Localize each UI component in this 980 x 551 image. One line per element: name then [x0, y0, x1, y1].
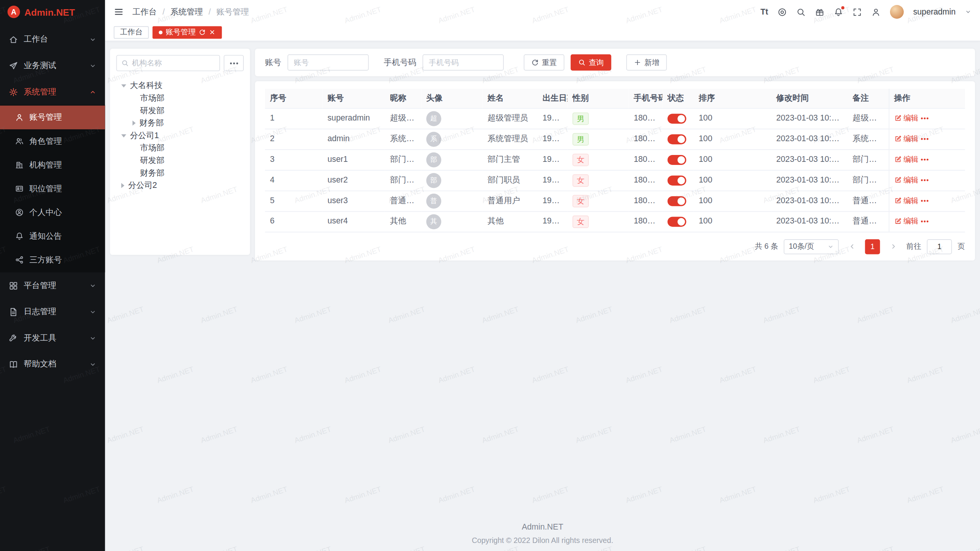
edit-button[interactable]: 编辑 — [894, 196, 919, 206]
status-toggle[interactable] — [668, 114, 686, 124]
more-actions-icon[interactable] — [923, 179, 925, 181]
close-icon[interactable] — [209, 29, 216, 36]
notification-icon[interactable] — [834, 7, 843, 16]
sidebar-item-business-test[interactable]: 业务测试 — [0, 52, 105, 79]
more-actions-icon[interactable] — [923, 159, 925, 161]
more-actions-icon[interactable] — [923, 138, 925, 140]
table-header-row: 序号账号昵称头像姓名出生日期性别手机号码状态排序修改时间备注操作 — [265, 89, 965, 108]
sidebar-item-account-management[interactable]: 账号管理 — [0, 106, 105, 129]
gift-icon[interactable] — [815, 7, 824, 16]
cell-index: 5 — [265, 191, 322, 211]
right-column: 账号 手机号码 重置 查询 新增 — [255, 49, 975, 260]
edit-button[interactable]: 编辑 — [894, 154, 919, 165]
cell-status — [663, 129, 694, 149]
tree-node[interactable]: 研发部 — [116, 104, 244, 117]
breadcrumb-item-system[interactable]: 系统管理 — [170, 6, 216, 18]
search-icon[interactable] — [796, 7, 805, 16]
reset-button[interactable]: 重置 — [524, 54, 564, 70]
org-tree: 大名科技 市场部 研发部 财务部 分公司1 市场部 研发部 财务部 分公司2 — [116, 79, 244, 192]
breadcrumb-item-workbench[interactable]: 工作台 — [132, 6, 170, 18]
tree-node[interactable]: 财务部 — [116, 167, 244, 179]
users-icon — [15, 137, 24, 146]
chevron-left-icon — [848, 243, 855, 250]
column-header: 账号 — [322, 89, 385, 108]
username[interactable]: superadmin — [913, 6, 956, 18]
user-circle-icon — [15, 208, 24, 217]
tree-node[interactable]: 分公司1 — [116, 129, 244, 142]
sidebar-item-workbench[interactable]: 工作台 — [0, 26, 105, 53]
sidebar-item-system-management[interactable]: 系统管理 — [0, 79, 105, 105]
user-avatar[interactable] — [890, 5, 904, 19]
fullscreen-icon[interactable] — [853, 7, 862, 16]
badge-icon — [15, 184, 24, 193]
edit-button[interactable]: 编辑 — [894, 175, 919, 185]
status-toggle[interactable] — [668, 196, 686, 206]
tree-node[interactable]: 大名科技 — [116, 79, 244, 92]
refresh-icon — [531, 59, 539, 66]
sidebar-item-log-management[interactable]: 日志管理 — [0, 298, 105, 325]
status-toggle[interactable] — [668, 217, 686, 227]
more-actions-icon[interactable] — [923, 200, 925, 202]
org-search-input[interactable] — [132, 59, 215, 67]
sidebar-item-position-management[interactable]: 职位管理 — [0, 177, 105, 201]
tree-more-button[interactable] — [224, 55, 243, 71]
sidebar-item-dev-tools[interactable]: 开发工具 — [0, 325, 105, 351]
menu-collapse-icon[interactable] — [114, 7, 124, 17]
prev-page-button[interactable] — [844, 239, 859, 254]
cell-updated: 2023-01-03 10:59:44 — [771, 211, 848, 232]
avatar: 部 — [426, 173, 441, 187]
topbar: 工作台 系统管理 账号管理 Tt superadmin — [105, 0, 980, 24]
add-button[interactable]: 新增 — [626, 54, 667, 70]
goto-page-input[interactable] — [927, 239, 952, 254]
send-icon — [9, 61, 18, 70]
sidebar-item-role-management[interactable]: 角色管理 — [0, 129, 105, 153]
theme-icon[interactable] — [777, 7, 787, 16]
status-toggle[interactable] — [668, 155, 686, 165]
status-toggle[interactable] — [668, 134, 686, 144]
tree-node[interactable]: 研发部 — [116, 154, 244, 167]
sidebar-item-third-party-account[interactable]: 三方账号 — [0, 248, 105, 272]
gender-tag: 女 — [573, 215, 589, 228]
cell-status — [663, 211, 694, 232]
more-actions-icon[interactable] — [923, 220, 925, 222]
status-toggle[interactable] — [668, 176, 686, 186]
sidebar-item-help-docs[interactable]: 帮助文档 — [0, 351, 105, 378]
tab-account-management[interactable]: 账号管理 — [152, 26, 222, 39]
phone-input[interactable] — [423, 54, 504, 70]
cell-gender: 女 — [567, 191, 629, 211]
tree-node[interactable]: 市场部 — [116, 142, 244, 155]
app-logo[interactable]: A Admin.NET — [0, 0, 105, 24]
tree-node[interactable]: 分公司2 — [116, 179, 244, 192]
page-1-button[interactable]: 1 — [865, 239, 880, 254]
next-page-button[interactable] — [885, 239, 900, 254]
cell-status — [663, 191, 694, 211]
caret-right-icon[interactable] — [132, 121, 136, 126]
book-icon — [9, 360, 18, 369]
refresh-icon[interactable] — [199, 29, 206, 36]
page-size-select[interactable]: 10条/页 — [784, 239, 839, 254]
cell-account: user4 — [322, 211, 385, 232]
tree-node[interactable]: 市场部 — [116, 92, 244, 104]
more-actions-icon[interactable] — [923, 117, 925, 119]
edit-button[interactable]: 编辑 — [894, 134, 919, 144]
edit-button[interactable]: 编辑 — [894, 113, 919, 124]
caret-down-icon[interactable] — [121, 84, 126, 87]
caret-right-icon[interactable] — [121, 183, 124, 188]
avatar: 超 — [426, 111, 441, 126]
sidebar-item-notice[interactable]: 通知公告 — [0, 224, 105, 248]
tree-node[interactable]: 财务部 — [116, 117, 244, 129]
chevron-down-icon[interactable] — [965, 9, 971, 15]
tab-workbench[interactable]: 工作台 — [114, 26, 149, 39]
sidebar-item-platform-management[interactable]: 平台管理 — [0, 272, 105, 299]
sidebar-item-label: 系统管理 — [24, 86, 56, 98]
sidebar-item-profile-center[interactable]: 个人中心 — [0, 201, 105, 224]
search-button[interactable]: 查询 — [571, 54, 611, 70]
sidebar-item-org-management[interactable]: 机构管理 — [0, 153, 105, 177]
edit-button[interactable]: 编辑 — [894, 216, 919, 227]
table-row: 5 user3 普通用户 普 普通用户 1986-06-28 女 1802003… — [265, 191, 965, 211]
font-size-icon[interactable]: Tt — [761, 6, 768, 18]
caret-down-icon[interactable] — [121, 134, 126, 137]
person-icon[interactable] — [871, 7, 880, 16]
account-input[interactable] — [287, 54, 369, 70]
org-search-box[interactable] — [116, 55, 220, 71]
